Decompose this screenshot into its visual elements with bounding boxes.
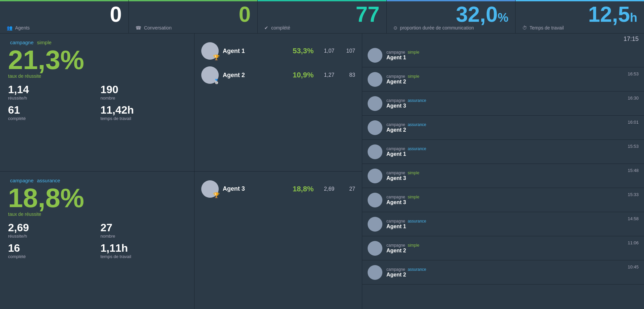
- stat-reussite-h-2-value: 2,69: [8, 222, 94, 233]
- activity-camp-4: campagne assurance: [386, 146, 624, 151]
- clock2-icon: ⏱: [522, 25, 527, 30]
- svg-point-22: [373, 245, 377, 249]
- agent3-stat2: 27: [338, 186, 355, 192]
- svg-point-23: [371, 249, 379, 253]
- stat-nombre-2: 27 nombre: [101, 222, 186, 239]
- activity-agent-name-7: Agent 1: [386, 224, 624, 230]
- stat-nombre: 190 nombre: [101, 84, 186, 101]
- stat-nombre-2-value: 27: [101, 222, 186, 233]
- activity-camp-9: campagne assurance: [386, 267, 624, 272]
- agents-top-bar: [0, 0, 128, 1]
- activity-item-1: campagne simple Agent 2 16:53: [362, 67, 644, 91]
- activity-info-5: campagne simple Agent 3: [386, 171, 624, 181]
- activity-info-4: campagne assurance Agent 1: [386, 146, 624, 157]
- svg-point-0: [207, 47, 213, 52]
- activity-avatar-4: [368, 144, 382, 159]
- complete-label: complété: [271, 25, 290, 30]
- agent2-stat2: 83: [338, 72, 355, 78]
- agent2-pct: 10,9%: [290, 71, 314, 79]
- proportion-label-row: ⊙ proportion durée de communication: [393, 25, 508, 30]
- activity-camp-1: campagne simple: [386, 74, 624, 79]
- campaign-assurance-pct: 18,8%: [8, 185, 186, 211]
- activity-camp-6: campagne simple: [386, 195, 624, 199]
- activity-agent-name-1: Agent 2: [386, 79, 624, 85]
- agent3-trophy: 🏆: [213, 192, 220, 199]
- stat-reussite-h-2-label: réussite/h: [8, 234, 94, 239]
- conversation-count: 0: [136, 4, 251, 25]
- activity-time-8: 11:06: [628, 239, 639, 245]
- activity-avatar-icon-6: [370, 195, 380, 205]
- stat-temps-2-value: 1,11h: [101, 243, 186, 253]
- main-area: campagne simple 21,3% taux de réussite 1…: [0, 34, 644, 309]
- stat-nombre-value: 190: [101, 84, 186, 95]
- activity-agent-name-4: Agent 1: [386, 151, 624, 157]
- agent1-pct: 53,3%: [290, 47, 314, 55]
- activity-avatar-5: [368, 169, 382, 183]
- stat-reussite-h-value: 1,14: [8, 84, 94, 95]
- agent3-stat1: 2,69: [318, 186, 334, 192]
- activity-agent-name-2: Agent 3: [386, 103, 624, 109]
- conversation-label-row: ☎ Conversation: [136, 25, 251, 30]
- activity-agent-name-8: Agent 2: [386, 248, 624, 254]
- header-agents: 0 👥 Agents: [0, 0, 129, 33]
- agents-label: Agents: [15, 25, 30, 30]
- activity-avatar-3: [368, 120, 382, 135]
- header-bar: 0 👥 Agents 0 ☎ Conversation 77 ✔ complét…: [0, 0, 644, 34]
- middle-top-agents: 🏆 Agent 1 53,3% 1,07 107 🥈 Agent 2 10,9%…: [195, 34, 362, 172]
- temps-label: Temps de travail: [530, 25, 564, 30]
- svg-point-14: [373, 148, 377, 153]
- svg-point-16: [373, 172, 377, 177]
- activity-info-8: campagne simple Agent 2: [386, 243, 624, 254]
- stat-complete: 61 complété: [8, 105, 94, 121]
- activity-camp-0: campagne simple: [386, 50, 635, 55]
- activity-time-2: 16:30: [628, 94, 639, 101]
- activity-time-6: 15:33: [628, 191, 639, 197]
- agent1-stat2: 107: [338, 48, 355, 54]
- activity-avatar-8: [368, 241, 382, 256]
- stat-nombre-label: nombre: [101, 96, 186, 101]
- left-panel: campagne simple 21,3% taux de réussite 1…: [0, 34, 195, 309]
- agent2-trophy: 🥈: [213, 78, 220, 85]
- svg-point-20: [373, 221, 377, 225]
- activity-avatar-6: [368, 193, 382, 207]
- activity-item-5: campagne simple Agent 3 15:48: [362, 164, 644, 188]
- campaign-assurance-block: campagne assurance 18,8% taux de réussit…: [0, 172, 194, 309]
- activity-avatar-7: [368, 217, 382, 232]
- activity-avatar-2: [368, 96, 382, 111]
- activity-avatar-icon-9: [370, 267, 380, 277]
- svg-point-10: [373, 100, 377, 105]
- activity-avatar-icon-3: [370, 123, 380, 133]
- agents-label-row: 👥 Agents: [7, 25, 122, 30]
- activity-info-9: campagne assurance Agent 2: [386, 267, 624, 278]
- temps-label-row: ⏱ Temps de travail: [522, 25, 637, 30]
- stat-temps-2-label: temps de travail: [101, 254, 186, 259]
- activity-agent-name-0: Agent 1: [386, 55, 635, 61]
- activity-item-6: campagne simple Agent 3 15:33: [362, 188, 644, 212]
- activity-agent-name-3: Agent 2: [386, 127, 624, 133]
- activity-camp-8: campagne simple: [386, 243, 624, 248]
- svg-point-24: [373, 269, 377, 273]
- activity-item-0: campagne simple Agent 1: [362, 43, 644, 67]
- proportion-value: 32,0%: [393, 4, 508, 25]
- activity-info-1: campagne simple Agent 2: [386, 74, 624, 85]
- activity-avatar-icon-2: [370, 99, 380, 109]
- activity-time-9: 10:45: [628, 263, 639, 269]
- activity-time-1: 16:53: [628, 70, 639, 76]
- activity-time-5: 15:48: [628, 167, 639, 173]
- activity-list: campagne simple Agent 1 campagne simple …: [362, 43, 644, 285]
- activity-avatar-1: [368, 72, 382, 87]
- stat-complete-2-value: 16: [8, 243, 94, 253]
- first-activity-time: 17:15: [362, 34, 644, 43]
- activity-agent-name-6: Agent 3: [386, 199, 624, 205]
- agents-icon: 👥: [7, 25, 12, 30]
- activity-agent-name-9: Agent 2: [386, 272, 624, 278]
- svg-point-8: [373, 76, 377, 80]
- header-temps: 12,5h ⏱ Temps de travail: [516, 0, 644, 33]
- stat-temps-label: temps de travail: [101, 116, 186, 121]
- stat-temps-2: 1,11h temps de travail: [101, 243, 186, 259]
- agent1-stat1: 1,07: [318, 48, 334, 54]
- middle-panel: 🏆 Agent 1 53,3% 1,07 107 🥈 Agent 2 10,9%…: [195, 34, 362, 309]
- agent1-avatar: 🏆: [201, 42, 219, 60]
- campaign-simple-pct: 21,3%: [8, 47, 186, 73]
- stat-reussite-h: 1,14 réussite/h: [8, 84, 94, 101]
